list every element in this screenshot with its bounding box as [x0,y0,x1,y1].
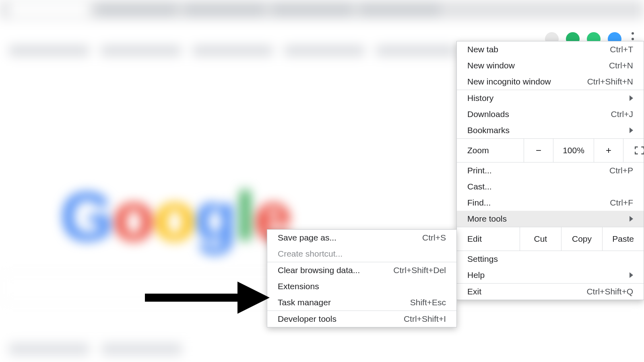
menu-new-tab[interactable]: New tab Ctrl+T [457,41,644,58]
edit-label: Edit [457,234,520,244]
submenu-developer-tools[interactable]: Developer tools Ctrl+Shift+I [267,311,456,327]
zoom-in-button[interactable]: + [594,139,623,162]
submenu-save-page[interactable]: Save page as... Ctrl+S [267,230,456,246]
menu-find[interactable]: Find... Ctrl+F [457,195,644,211]
menu-history[interactable]: History [457,90,644,106]
menu-settings[interactable]: Settings [457,251,644,267]
menu-more-tools[interactable]: More tools [457,211,644,227]
menu-cast[interactable]: Cast... [457,179,644,195]
menu-zoom-row: Zoom − 100% + [457,139,644,162]
menu-shortcut: Ctrl+T [610,45,633,54]
fullscreen-icon [634,146,644,155]
menu-label: New tab [467,45,603,54]
submenu-task-manager[interactable]: Task manager Shift+Esc [267,294,456,311]
edit-copy-button[interactable]: Copy [561,227,603,251]
zoom-value: 100% [553,139,594,162]
menu-print[interactable]: Print... Ctrl+P [457,162,644,179]
menu-help[interactable]: Help [457,267,644,283]
menu-edit-row: Edit Cut Copy Paste [457,227,644,251]
edit-paste-button[interactable]: Paste [602,227,644,251]
zoom-label: Zoom [457,146,524,155]
menu-new-window[interactable]: New window Ctrl+N [457,58,644,74]
menu-new-incognito[interactable]: New incognito window Ctrl+Shift+N [457,74,644,90]
menu-downloads[interactable]: Downloads Ctrl+J [457,106,644,122]
main-menu: New tab Ctrl+T New window Ctrl+N New inc… [456,41,644,300]
submenu-clear-browsing-data[interactable]: Clear browsing data... Ctrl+Shift+Del [267,262,456,278]
more-tools-submenu: Save page as... Ctrl+S Create shortcut..… [267,229,457,327]
google-logo: Google [60,177,289,256]
menu-bookmarks[interactable]: Bookmarks [457,122,644,138]
zoom-out-button[interactable]: − [524,139,553,162]
fullscreen-button[interactable] [623,139,644,162]
submenu-create-shortcut[interactable]: Create shortcut... [267,246,456,262]
edit-cut-button[interactable]: Cut [520,227,561,251]
menu-exit[interactable]: Exit Ctrl+Shift+Q [457,284,644,300]
submenu-extensions[interactable]: Extensions [267,278,456,294]
